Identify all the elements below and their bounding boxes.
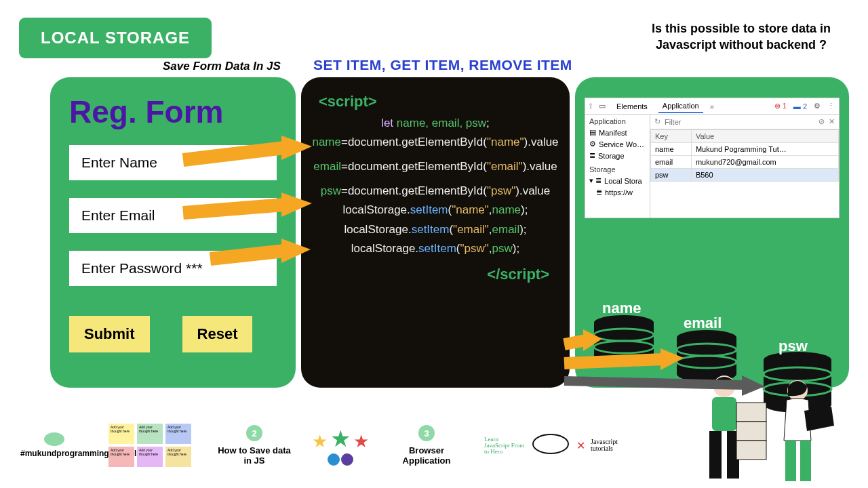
arrow-icon <box>203 241 312 268</box>
clear-icon[interactable]: ✕ <box>829 117 835 126</box>
subtitle: Save Form Data In JS <box>163 60 281 73</box>
arrow-icon <box>176 140 312 174</box>
svg-rect-26 <box>736 403 766 422</box>
tab-application[interactable]: Application <box>658 100 703 113</box>
ellipse-icon <box>44 432 64 446</box>
cylinder-label-email: email <box>684 314 722 332</box>
cylinder-label-name: name <box>602 300 641 317</box>
code-panel: <script> let name, email, psw;name=docum… <box>301 77 570 388</box>
scripty-notes: Learn JavaScript From to Hero ✕ Javascri… <box>484 432 631 459</box>
x-icon: ✕ <box>576 439 585 452</box>
sidebar-local-storage[interactable]: ▾ ≣Local Stora <box>589 176 646 185</box>
svg-marker-18 <box>583 329 602 351</box>
form-title: Reg. Form <box>69 94 277 130</box>
svg-marker-15 <box>281 136 312 160</box>
stars-and-dots: ★ ★ ★ <box>312 425 369 466</box>
script-close-tag: </script> <box>307 262 549 287</box>
question-text: Is this possible to store data in Javasc… <box>636 20 846 54</box>
hashtag: #mukundprogrammingtutorials <box>20 449 88 458</box>
sidebar-origin[interactable]: ≣https://w <box>589 188 646 197</box>
svg-rect-24 <box>709 431 722 479</box>
devtools-panel: ⟟ ▭ Elements Application » ⊗ 1 ▬ 2 ⚙ ⋮ A… <box>585 98 840 218</box>
file-icon: ▤ <box>589 128 596 137</box>
db-icon: ≣ <box>589 151 595 160</box>
svg-marker-17 <box>281 239 311 263</box>
devtools-sidebar: Application ▤Manifest ⚙Service Wo… ≣Stor… <box>585 115 650 218</box>
script-open-tag: <script> <box>319 89 564 114</box>
star-icon: ★ <box>312 431 328 452</box>
storage-table: KeyValue nameMukund Pogramming Tut… emai… <box>650 129 839 182</box>
device-icon[interactable]: ▭ <box>599 102 606 110</box>
svg-rect-30 <box>785 441 796 481</box>
filter-input[interactable] <box>665 118 814 126</box>
methods-heading: SET ITEM, GET ITEM, REMOVE ITEM <box>313 57 572 73</box>
title-badge: LOCAL STORAGE <box>19 18 212 58</box>
svg-rect-23 <box>712 397 736 431</box>
svg-marker-19 <box>660 348 684 370</box>
arrow-icon <box>561 371 765 399</box>
kebab-icon[interactable]: ⋮ <box>827 102 835 110</box>
table-row[interactable]: nameMukund Pogramming Tut… <box>651 143 839 156</box>
reset-button[interactable]: Reset <box>182 316 253 352</box>
more-tabs-icon[interactable]: » <box>710 102 714 110</box>
svg-rect-28 <box>736 441 766 460</box>
ellipse-icon <box>530 432 571 459</box>
sidebar-storage[interactable]: ≣Storage <box>589 151 646 160</box>
refresh-icon[interactable]: ↻ <box>654 117 660 126</box>
storage-panel: ⟟ ▭ Elements Application » ⊗ 1 ▬ 2 ⚙ ⋮ A… <box>575 77 849 388</box>
step-3: 3 Browser Application <box>389 425 464 466</box>
table-row[interactable]: pswB560 <box>651 169 839 182</box>
svg-point-21 <box>533 434 568 453</box>
form-panel: Reg. Form Enter Name Enter Email Enter P… <box>50 77 296 388</box>
table-row[interactable]: emailmukund720@gmail.com <box>651 156 839 169</box>
gear-icon: ⚙ <box>589 140 596 148</box>
inspect-icon[interactable]: ⟟ <box>589 102 592 110</box>
svg-rect-27 <box>736 422 766 441</box>
dot-icon <box>341 453 353 466</box>
tab-elements[interactable]: Elements <box>612 100 652 113</box>
svg-marker-20 <box>742 375 765 396</box>
sticky-notes: Add your thought here Add your thought h… <box>108 424 197 467</box>
dot-icon <box>328 453 340 466</box>
star-icon: ★ <box>330 425 351 452</box>
svg-marker-16 <box>281 192 312 217</box>
block-icon[interactable]: ⊘ <box>818 117 825 126</box>
gear-icon[interactable]: ⚙ <box>814 102 821 110</box>
star-icon: ★ <box>353 431 369 452</box>
arrow-icon <box>176 195 312 222</box>
sidebar-service-workers[interactable]: ⚙Service Wo… <box>589 140 646 148</box>
svg-rect-31 <box>800 441 811 481</box>
sidebar-manifest[interactable]: ▤Manifest <box>589 128 646 137</box>
submit-button[interactable]: Submit <box>69 316 150 352</box>
step-2: 2 How to Save data in JS <box>217 425 292 466</box>
